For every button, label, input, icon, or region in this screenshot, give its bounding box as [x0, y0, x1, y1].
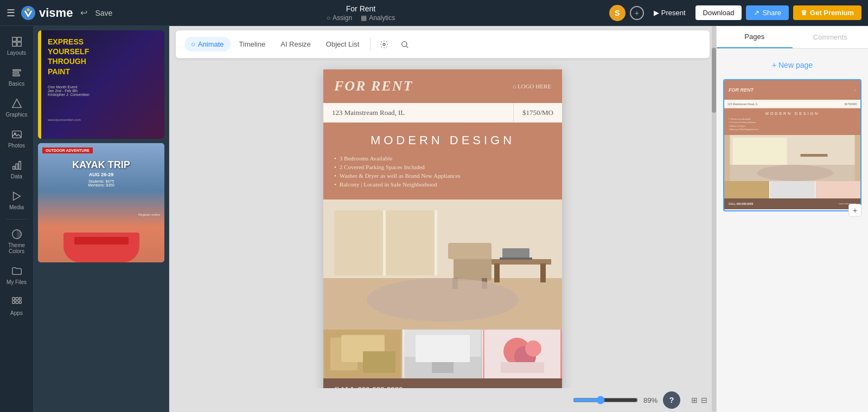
- card-main-title: KAYAK TRIP: [72, 159, 130, 171]
- canvas-area[interactable]: FOR RENT ⌂ LOGO HERE 123 Mainstream Road…: [169, 59, 716, 388]
- thumb-photo3: [815, 181, 860, 198]
- flyer-call: CALL 800.888.8989: [334, 385, 403, 388]
- room-svg: [323, 199, 562, 330]
- ai-resize-button[interactable]: AI Resize: [274, 37, 317, 52]
- thumb-header: FOR RENT ⌂: [724, 80, 860, 100]
- svg-point-23: [383, 43, 385, 46]
- sidebar-divider: [6, 219, 28, 220]
- flyer-main-section: MODERN DESIGN 3 Bedrooms Available 2 Cov…: [323, 123, 562, 199]
- new-page-button[interactable]: + New page: [723, 55, 861, 75]
- document-title[interactable]: For Rent: [346, 4, 375, 13]
- flyer-photo-2: [403, 330, 483, 378]
- hamburger-menu[interactable]: ☰: [7, 7, 15, 19]
- photo3-svg: [483, 330, 562, 378]
- svg-rect-21: [16, 301, 18, 304]
- app-logo: visme: [21, 5, 73, 21]
- flyer-photos-row: [323, 330, 562, 378]
- page-add-icon[interactable]: +: [848, 204, 861, 217]
- pages-area: + New page 1 FOR RENT ⌂ 123 Mainstream R…: [717, 49, 868, 412]
- thumb-photo2: [769, 181, 815, 198]
- flyer-photo-3: [483, 330, 562, 378]
- svg-rect-55: [733, 138, 787, 165]
- svg-rect-4: [12, 42, 16, 46]
- play-icon: ▶: [654, 9, 659, 17]
- svg-rect-14: [18, 162, 21, 170]
- svg-rect-8: [12, 75, 20, 76]
- sidebar-item-photos[interactable]: Photos: [2, 124, 32, 153]
- help-button[interactable]: ?: [663, 391, 680, 409]
- app-name: visme: [39, 6, 73, 20]
- right-panel-tabs: Pages Comments: [717, 26, 868, 49]
- sidebar-item-theme-colors[interactable]: Theme Colors: [2, 224, 32, 259]
- sidebar-item-layouts[interactable]: Layouts: [2, 31, 32, 60]
- animate-button[interactable]: ○ Animate: [184, 37, 231, 52]
- graphics-icon: [11, 98, 23, 110]
- svg-rect-18: [16, 298, 18, 300]
- card-content: EXPRESSYOURSELFTHROUGHPAINT One Month Ev…: [41, 30, 96, 128]
- my-files-icon: [11, 265, 23, 277]
- sidebar-item-apps[interactable]: Apps: [2, 292, 32, 320]
- share-button[interactable]: ↗ Share: [746, 5, 789, 20]
- card-url: www.kjconvention.com: [48, 118, 90, 121]
- page-thumbnail-1[interactable]: 1 FOR RENT ⌂ 123 Mainstream Road, IL $17…: [723, 79, 861, 211]
- svg-rect-46: [416, 335, 470, 362]
- card-title: EXPRESSYOURSELFTHROUGHPAINT: [48, 37, 90, 76]
- flyer-website: www.rentnow.com: [506, 386, 551, 388]
- thumb-address-row: 123 Mainstream Road, IL $1750/MO: [724, 100, 860, 108]
- undo-button[interactable]: ↩: [78, 5, 90, 20]
- svg-rect-2: [12, 37, 16, 41]
- visme-logo-icon: [21, 5, 36, 21]
- flyer-main-title: MODERN DESIGN: [334, 133, 551, 147]
- animate-icon: ○: [191, 40, 195, 48]
- add-collaborator-button[interactable]: +: [630, 6, 644, 20]
- scrollbar-track: [712, 26, 716, 412]
- get-premium-button[interactable]: ♛ Get Premium: [793, 5, 861, 20]
- svg-rect-31: [448, 243, 492, 259]
- save-button[interactable]: Save: [95, 9, 112, 17]
- svg-rect-7: [12, 72, 18, 73]
- assign-button[interactable]: ○ Assign: [327, 14, 352, 22]
- sidebar-item-media[interactable]: Media: [2, 186, 32, 215]
- assign-icon: ○: [327, 14, 330, 22]
- present-button[interactable]: ▶ Present: [648, 6, 691, 20]
- zoom-slider[interactable]: [573, 396, 638, 404]
- template-card-paint[interactable]: EXPRESSYOURSELFTHROUGHPAINT One Month Ev…: [38, 30, 164, 139]
- card-subtitle: One Month EventJan 2nd - Feb 8thKristoph…: [48, 85, 90, 96]
- svg-marker-9: [12, 99, 21, 108]
- comments-tab[interactable]: Comments: [793, 26, 869, 48]
- sidebar-item-data[interactable]: Data: [2, 155, 32, 184]
- timeline-button[interactable]: Timeline: [233, 37, 272, 52]
- feature-item: Balcony | Located in Safe Neighborhood: [334, 180, 551, 189]
- boat-area: [38, 219, 164, 262]
- list-view-icon[interactable]: ⊟: [701, 396, 707, 404]
- object-list-button[interactable]: Object List: [320, 37, 366, 52]
- zoom-percentage: 89%: [643, 396, 658, 404]
- pages-tab[interactable]: Pages: [717, 26, 793, 48]
- grid-view-icon[interactable]: ⊞: [691, 396, 698, 404]
- flyer-header: FOR RENT ⌂ LOGO HERE: [323, 69, 562, 103]
- analytics-button[interactable]: ▦ Analytics: [361, 14, 395, 22]
- flyer-address-row: 123 Mainstream Road, IL $1750/MO: [323, 103, 562, 123]
- sidebar-item-graphics[interactable]: Graphics: [2, 93, 32, 122]
- scrollbar-thumb[interactable]: [712, 48, 716, 113]
- nav-right: S + ▶ Present Download ↗ Share ♛ Get Pre…: [609, 5, 861, 21]
- media-icon: [11, 190, 23, 202]
- svg-point-51: [525, 340, 541, 357]
- avatar[interactable]: S: [609, 5, 626, 21]
- svg-rect-36: [540, 263, 546, 282]
- template-card-kayak[interactable]: OUTDOOR ADVENTURE KAYAK TRIP AUG 26-29 S…: [38, 143, 164, 262]
- flyer-photo-1: [323, 330, 403, 378]
- template-panel: EXPRESSYOURSELFTHROUGHPAINT One Month Ev…: [34, 26, 169, 412]
- sidebar-item-my-files[interactable]: My Files: [2, 261, 32, 289]
- download-button[interactable]: Download: [695, 5, 742, 20]
- svg-rect-17: [12, 298, 15, 300]
- svg-point-0: [21, 6, 35, 20]
- sidebar-item-basics[interactable]: Basics: [2, 62, 32, 91]
- search-button[interactable]: [395, 35, 414, 54]
- svg-point-24: [402, 41, 407, 46]
- settings-button[interactable]: [375, 35, 393, 54]
- center-content: ○ Animate Timeline AI Resize Object List: [169, 26, 716, 412]
- flyer-price: $1750/MO: [514, 103, 562, 123]
- left-sidebar: Layouts Basics Graphics Photos Data Medi…: [0, 26, 34, 412]
- theme-colors-icon: [11, 228, 23, 240]
